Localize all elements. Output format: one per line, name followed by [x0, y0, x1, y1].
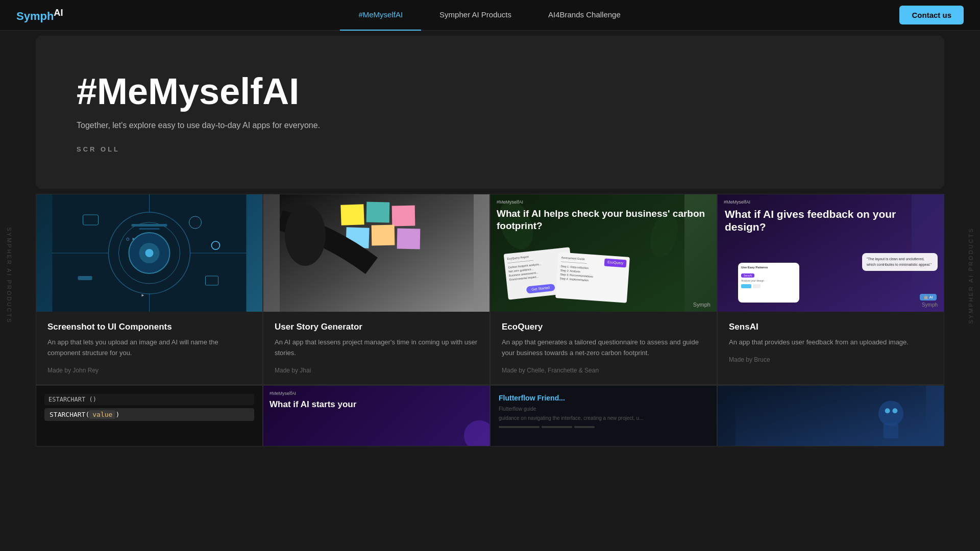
svg-rect-25 — [371, 225, 395, 246]
main-content: #MeMyselfAI Together, let's explore easy… — [0, 0, 980, 446]
card-image-ecoquery: #MeMyselfAI What if AI helps check your … — [491, 194, 717, 312]
scroll-indicator: SCR OLL — [77, 145, 903, 153]
card-author: Made by Bruce — [729, 356, 933, 363]
nav-link-ai4brands[interactable]: AI4Brands Challenge — [530, 0, 639, 31]
card-body-ecoquery: EcoQuery An app that generates a tailore… — [491, 312, 717, 384]
hero-title: #MeMyselfAI — [77, 71, 903, 112]
bottom-cards-row: ESTARCHART () STARCHART(value) #MeMyself… — [36, 385, 944, 446]
eco-doc-2: Assessment Guide─────────────Step 1: Dat… — [555, 252, 630, 303]
eco-hashtag: #MeMyselfAI — [497, 199, 523, 205]
card-author: Made by Chelle, Franchette & Sean — [502, 367, 705, 374]
sensai-card-title: What if AI gives feedback on your design… — [725, 208, 937, 233]
card-title: User Story Generator — [275, 322, 478, 332]
card-sensai[interactable]: #MeMyselfAI What if AI gives feedback on… — [717, 194, 944, 385]
card-image-photo — [263, 194, 489, 312]
flutterflow-bars — [499, 426, 708, 428]
svg-point-37 — [892, 408, 897, 413]
svg-point-36 — [885, 408, 890, 413]
card-title: EcoQuery — [502, 322, 705, 332]
svg-text:▶: ▶ — [142, 293, 144, 297]
card-desc: An app that generates a tailored questio… — [502, 337, 705, 359]
navbar: SymphAI #MeMyselfAI Sympher AI Products … — [0, 0, 980, 31]
sensai-hashtag: #MeMyselfAI — [724, 199, 750, 205]
cards-grid: ○ × ▶ Screenshot to UI Components An app… — [36, 194, 944, 385]
logo-superscript: AI — [54, 7, 63, 18]
svg-rect-26 — [397, 229, 420, 249]
svg-text:○ ×: ○ × — [127, 236, 135, 241]
bottom-card-starchart[interactable]: ESTARCHART () STARCHART(value) — [36, 385, 263, 446]
flutterflow-desc: guidance on navigating the interface, cr… — [499, 415, 708, 422]
bottom-card-blue-ai[interactable] — [717, 385, 944, 446]
card-desc: An app that lets you upload an image and… — [47, 337, 251, 359]
svg-rect-35 — [884, 423, 899, 438]
card-image-tech: ○ × ▶ — [36, 194, 262, 312]
brand-logo[interactable]: SymphAI — [0, 7, 80, 23]
svg-rect-18 — [139, 228, 160, 230]
card-image-sensai: #MeMyselfAI What if AI gives feedback on… — [718, 194, 944, 312]
side-label-right: Sympher AI Products — [968, 227, 974, 323]
sensai-ai-badge: 🤖 AI — [920, 294, 937, 300]
svg-rect-17 — [132, 224, 167, 227]
photo-sticky-notes — [263, 194, 489, 312]
svg-rect-21 — [340, 204, 364, 226]
eco-card-title: What if AI helps check your business' ca… — [497, 208, 710, 232]
card-desc: An app that provides user feedback from … — [729, 337, 933, 348]
svg-point-32 — [464, 420, 489, 446]
hero-section: #MeMyselfAI Together, let's explore easy… — [36, 36, 944, 189]
card-body-sensai: SensAI An app that provides user feedbac… — [718, 312, 944, 384]
code-line-1: ESTARCHART () — [44, 394, 254, 405]
card-body-screenshot-ui: Screenshot to UI Components An app that … — [36, 312, 262, 384]
cards-section: ○ × ▶ Screenshot to UI Components An app… — [36, 194, 944, 446]
bottom-card-flutterflow[interactable]: Flutterflow Friend... Flutterflow guide … — [490, 385, 717, 446]
hero-subtitle: Together, let's explore easy to use day-… — [77, 121, 903, 130]
card-user-story[interactable]: User Story Generator An AI app that less… — [263, 194, 490, 385]
flutterflow-label: Flutterflow Friend... — [499, 394, 708, 402]
svg-rect-23 — [391, 206, 415, 227]
svg-point-34 — [878, 400, 903, 425]
contact-button[interactable]: Contact us — [899, 6, 964, 24]
side-label-left: Sympher AI Products — [6, 227, 12, 323]
card-ecoquery[interactable]: #MeMyselfAI What if AI helps check your … — [490, 194, 717, 385]
sensai-quote-bubble: "The layout is clean and uncluttered, wh… — [862, 253, 938, 271]
card-title: Screenshot to UI Components — [47, 322, 251, 332]
bottom-purple-hashtag: #MeMyselfAI — [270, 391, 296, 396]
card-author: Made by Jhai — [275, 367, 478, 374]
card-author: Made by John Rey — [47, 367, 251, 374]
nav-links: #MeMyselfAI Sympher AI Products AI4Brand… — [80, 0, 900, 31]
svg-rect-9 — [78, 276, 92, 280]
card-screenshot-ui[interactable]: ○ × ▶ Screenshot to UI Components An app… — [36, 194, 263, 385]
eco-brand: Symph — [693, 302, 710, 308]
card-body-user-story: User Story Generator An AI app that less… — [263, 312, 489, 384]
svg-point-27 — [285, 205, 326, 266]
card-desc: An AI app that lessens project manager's… — [275, 337, 478, 359]
bottom-card-ai-starts[interactable]: #MeMyselfAI What if AI starts your — [263, 385, 490, 446]
svg-point-5 — [145, 249, 154, 257]
flutterflow-sub: Flutterflow guide — [499, 406, 708, 412]
sensai-brand-label: Symph — [922, 302, 938, 308]
code-line-2: STARCHART(value) — [44, 408, 254, 421]
logo-text: Symph — [16, 10, 54, 22]
sensai-phone: Use Easy Patterns SensAI Analyze your de… — [738, 263, 799, 303]
bottom-purple-title: What if AI starts your — [270, 399, 483, 410]
nav-link-sympher-products[interactable]: Sympher AI Products — [421, 0, 530, 31]
nav-link-memyselfai[interactable]: #MeMyselfAI — [340, 0, 421, 31]
card-title: SensAI — [729, 322, 933, 332]
svg-rect-22 — [366, 202, 389, 223]
